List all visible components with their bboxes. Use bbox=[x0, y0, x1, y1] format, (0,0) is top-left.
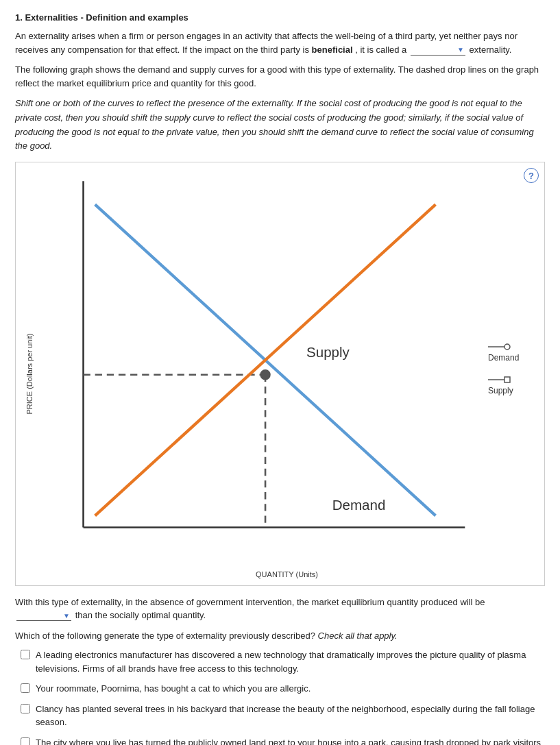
graph-container: ? PRICE (Dollars per unit) bbox=[15, 162, 545, 585]
legend-demand: Demand bbox=[488, 342, 537, 363]
checkbox-item-4: The city where you live has turned the p… bbox=[21, 736, 545, 745]
question-equilibrium: With this type of externality, in the ab… bbox=[15, 596, 545, 622]
paragraph-1: An externality arises when a firm or per… bbox=[15, 29, 545, 56]
italic-instructions: Shift one or both of the curves to refle… bbox=[15, 97, 545, 154]
supply-legend-icon bbox=[488, 375, 513, 384]
svg-point-10 bbox=[504, 344, 510, 350]
legend-supply-label: Supply bbox=[488, 386, 513, 395]
checkbox-q-text: Which of the following generate the type… bbox=[15, 631, 318, 641]
legend-supply-line bbox=[488, 375, 513, 384]
svg-point-4 bbox=[260, 370, 270, 380]
checkbox-2[interactable] bbox=[21, 683, 30, 693]
checkbox-3[interactable] bbox=[21, 704, 30, 713]
checkbox-question-header: Which of the following generate the type… bbox=[15, 629, 545, 644]
graph-legend: Demand Supply bbox=[483, 169, 537, 568]
externality-type-select[interactable]: positive negative bbox=[411, 45, 465, 56]
demand-legend-icon bbox=[488, 342, 513, 352]
quantity-comparison-select[interactable]: greater less equal bbox=[16, 610, 71, 621]
para1-text3: externality. bbox=[470, 45, 512, 55]
graph-svg-area: Demand Supply bbox=[36, 169, 537, 568]
checkbox-2-label: Your roommate, Poornima, has bought a ca… bbox=[36, 682, 311, 696]
svg-rect-12 bbox=[504, 377, 510, 382]
checkbox-3-label: Clancy has planted several trees in his … bbox=[36, 703, 545, 729]
svg-text:Supply: Supply bbox=[306, 344, 350, 360]
x-axis-label: QUANTITY (Units) bbox=[256, 570, 318, 578]
y-axis-label: PRICE (Dollars per unit) bbox=[23, 169, 36, 578]
legend-demand-line bbox=[488, 342, 513, 352]
checkbox-list: A leading electronics manufacturer has d… bbox=[15, 648, 545, 745]
graph-inner: PRICE (Dollars per unit) bbox=[23, 169, 537, 578]
q2-text1: With this type of externality, in the ab… bbox=[15, 597, 485, 607]
para1-bold: beneficial bbox=[312, 45, 353, 55]
checkbox-item-2: Your roommate, Poornima, has bought a ca… bbox=[21, 682, 545, 696]
svg-text:Demand: Demand bbox=[332, 497, 386, 513]
content-area: 1. Externalities - Definition and exampl… bbox=[0, 0, 560, 745]
section-title: 1. Externalities - Definition and exampl… bbox=[15, 12, 545, 23]
dropdown-quantity-comparison[interactable]: greater less equal ▼ bbox=[16, 610, 71, 621]
dropdown-externality-type[interactable]: positive negative ▼ bbox=[411, 45, 465, 56]
para1-text2: , it is called a bbox=[355, 45, 409, 55]
checkbox-1-label: A leading electronics manufacturer has d… bbox=[36, 648, 545, 675]
page-wrapper: 1. Externalities - Definition and exampl… bbox=[0, 0, 560, 745]
checkbox-1[interactable] bbox=[21, 650, 30, 659]
graph-main: Demand Supply bbox=[36, 169, 537, 578]
checkbox-item-3: Clancy has planted several trees in his … bbox=[21, 703, 545, 729]
checkbox-4[interactable] bbox=[21, 737, 30, 745]
checkbox-item-1: A leading electronics manufacturer has d… bbox=[21, 648, 545, 675]
legend-demand-label: Demand bbox=[488, 353, 519, 363]
q2-text2: than the socially optimal quantity. bbox=[75, 610, 206, 620]
checkbox-4-label: The city where you live has turned the p… bbox=[36, 736, 545, 745]
legend-supply: Supply bbox=[488, 375, 537, 395]
graph-svg[interactable]: Demand Supply bbox=[36, 169, 483, 568]
paragraph-2: The following graph shows the demand and… bbox=[15, 63, 545, 90]
checkbox-q-italic: Check all that apply. bbox=[318, 631, 398, 641]
